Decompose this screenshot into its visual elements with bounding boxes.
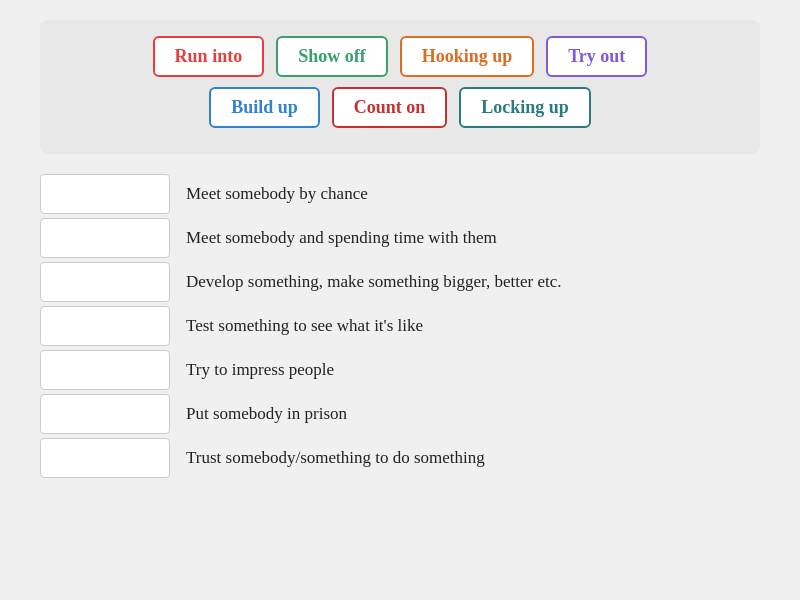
definition-text: Try to impress people — [186, 359, 334, 381]
phrase-button[interactable]: Build up — [209, 87, 320, 128]
phrase-button[interactable]: Count on — [332, 87, 448, 128]
phrase-button[interactable]: Locking up — [459, 87, 591, 128]
phrase-button[interactable]: Show off — [276, 36, 388, 77]
buttons-row-1: Run intoShow offHooking upTry out — [60, 36, 740, 77]
definition-text: Trust somebody/something to do something — [186, 447, 485, 469]
definition-row: Develop something, make something bigger… — [40, 262, 760, 302]
definition-text: Test something to see what it's like — [186, 315, 423, 337]
definition-row: Meet somebody by chance — [40, 174, 760, 214]
phrase-button[interactable]: Run into — [153, 36, 265, 77]
buttons-section: Run intoShow offHooking upTry out Build … — [40, 20, 760, 154]
phrase-button[interactable]: Try out — [546, 36, 647, 77]
definition-text: Meet somebody by chance — [186, 183, 368, 205]
main-container: Run intoShow offHooking upTry out Build … — [0, 0, 800, 498]
buttons-row-2: Build upCount onLocking up — [60, 87, 740, 128]
answer-input-box[interactable] — [40, 218, 170, 258]
answer-input-box[interactable] — [40, 306, 170, 346]
definition-text: Meet somebody and spending time with the… — [186, 227, 497, 249]
definition-row: Try to impress people — [40, 350, 760, 390]
answer-input-box[interactable] — [40, 438, 170, 478]
answer-input-box[interactable] — [40, 394, 170, 434]
definition-row: Put somebody in prison — [40, 394, 760, 434]
answer-input-box[interactable] — [40, 350, 170, 390]
definition-row: Trust somebody/something to do something — [40, 438, 760, 478]
definition-row: Test something to see what it's like — [40, 306, 760, 346]
definition-row: Meet somebody and spending time with the… — [40, 218, 760, 258]
definition-text: Put somebody in prison — [186, 403, 347, 425]
answer-input-box[interactable] — [40, 262, 170, 302]
phrase-button[interactable]: Hooking up — [400, 36, 535, 77]
answer-input-box[interactable] — [40, 174, 170, 214]
definitions-list: Meet somebody by chanceMeet somebody and… — [40, 174, 760, 478]
definition-text: Develop something, make something bigger… — [186, 271, 562, 293]
